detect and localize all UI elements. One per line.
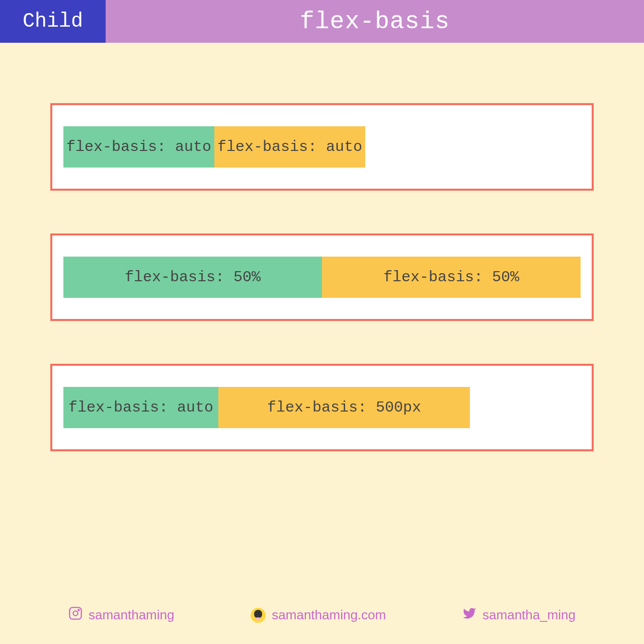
instagram-icon xyxy=(68,606,83,624)
twitter-handle: samantha_ming xyxy=(482,607,576,623)
flex-container: flex-basis: 50% flex-basis: 50% xyxy=(63,257,581,298)
avatar-icon xyxy=(251,608,266,623)
flex-item-yellow: flex-basis: auto xyxy=(214,126,365,168)
website-url: samanthaming.com xyxy=(272,607,386,623)
twitter-link[interactable]: samantha_ming xyxy=(462,606,576,624)
website-link[interactable]: samanthaming.com xyxy=(251,607,386,623)
page-title: flex-basis xyxy=(106,0,644,43)
flex-item-green: flex-basis: 50% xyxy=(63,257,322,298)
example-box-percent: flex-basis: 50% flex-basis: 50% xyxy=(50,233,594,321)
flex-item-green: flex-basis: auto xyxy=(63,126,214,168)
content-area: flex-basis: auto flex-basis: auto flex-b… xyxy=(0,43,644,451)
instagram-handle: samanthaming xyxy=(89,607,175,623)
flex-item-yellow: flex-basis: 500px xyxy=(218,387,470,428)
example-box-px: flex-basis: auto flex-basis: 500px xyxy=(50,364,594,451)
svg-point-1 xyxy=(73,611,77,615)
flex-item-yellow: flex-basis: 50% xyxy=(322,257,581,298)
twitter-icon xyxy=(462,606,476,624)
header-badge: Child xyxy=(0,0,106,43)
flex-container: flex-basis: auto flex-basis: 500px xyxy=(63,387,581,428)
example-box-auto: flex-basis: auto flex-basis: auto xyxy=(50,103,594,191)
flex-item-green: flex-basis: auto xyxy=(63,387,218,428)
instagram-link[interactable]: samanthaming xyxy=(68,606,175,624)
header: Child flex-basis xyxy=(0,0,644,43)
flex-container: flex-basis: auto flex-basis: auto xyxy=(63,126,581,168)
svg-point-2 xyxy=(78,609,79,610)
footer: samanthaming samanthaming.com samantha_m… xyxy=(0,606,644,624)
svg-rect-0 xyxy=(69,607,81,619)
